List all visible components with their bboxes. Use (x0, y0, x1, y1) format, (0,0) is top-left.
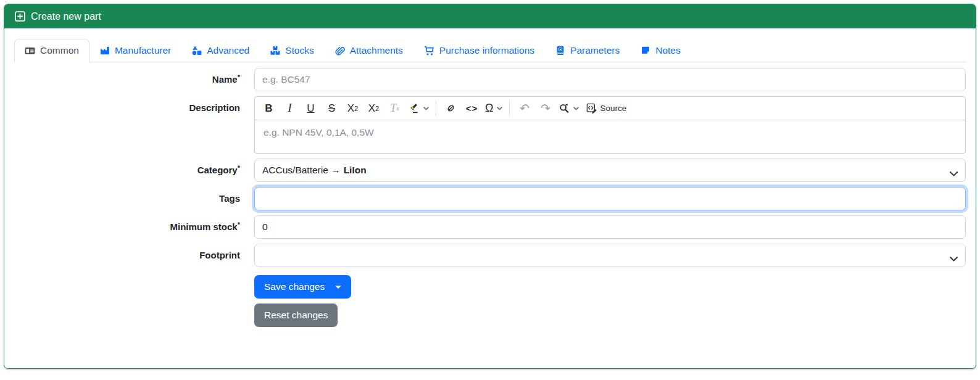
description-editor-area[interactable]: e.g. NPN 45V, 0,1A, 0,5W (255, 120, 965, 153)
tab-label: Purchase informations (439, 45, 534, 56)
name-label: Name* (14, 68, 254, 91)
toolbar-separator (436, 101, 436, 116)
category-row: Category* ACCus/Batterie →LiIon (14, 159, 966, 182)
book-icon (555, 46, 565, 56)
tab-parameters[interactable]: Parameters (545, 39, 630, 62)
tab-stocks[interactable]: Stocks (260, 39, 325, 62)
caret-down-icon (335, 286, 341, 289)
find-replace-icon (559, 103, 570, 114)
required-marker: * (238, 164, 240, 171)
category-label: Category* (14, 159, 254, 182)
superscript-button[interactable]: X2 (363, 99, 384, 118)
remove-format-button[interactable]: Tx (384, 99, 405, 118)
footprint-label: Footprint (14, 244, 254, 267)
reset-changes-button[interactable]: Reset changes (254, 304, 338, 327)
boxes-stacked-icon (270, 46, 280, 56)
required-marker: * (238, 221, 240, 228)
minimum-stock-label: Minimum stock* (14, 215, 254, 239)
footprint-row: Footprint (14, 244, 966, 267)
underline-button[interactable]: U (301, 99, 321, 118)
chevron-down-icon (497, 107, 502, 110)
tab-attachments[interactable]: Attachments (325, 39, 413, 62)
source-button[interactable]: Source (582, 99, 630, 118)
subscript-button[interactable]: X2 (343, 99, 363, 118)
description-row: Description B I U S X2 X2 Tx (14, 96, 966, 154)
redo-button[interactable]: ↷ (535, 99, 555, 118)
source-icon (586, 102, 597, 114)
create-part-card: Create new part Common (4, 4, 976, 369)
sticky-note-icon (641, 46, 650, 56)
save-changes-button[interactable]: Save changes (254, 275, 351, 299)
toolbar-separator (509, 101, 510, 116)
description-placeholder: e.g. NPN 45V, 0,1A, 0,5W (264, 127, 374, 138)
highlight-button[interactable] (405, 99, 431, 118)
tab-common[interactable]: Common (14, 39, 89, 62)
chevron-down-icon (423, 107, 429, 110)
description-label: Description (14, 96, 254, 154)
footprint-select[interactable] (254, 244, 966, 267)
special-characters-button[interactable]: Ω (483, 99, 505, 118)
tab-label: Notes (655, 45, 681, 56)
name-input[interactable] (254, 68, 966, 91)
card-header: Create new part (4, 4, 976, 28)
minimum-stock-row: Minimum stock* (14, 215, 966, 239)
tags-row: Tags (14, 187, 966, 210)
tab-label: Stocks (285, 45, 314, 56)
tab-manufacturer[interactable]: Manufacturer (89, 39, 181, 62)
category-selected: LiIon (344, 165, 367, 176)
id-card-icon (25, 46, 35, 56)
actions-row: Save changes Reset changes (14, 275, 966, 368)
category-select[interactable]: ACCus/Batterie →LiIon (254, 159, 966, 182)
tab-advanced[interactable]: Advanced (181, 39, 260, 62)
minimum-stock-input[interactable] (254, 215, 966, 239)
editor-toolbar: B I U S X2 X2 Tx (255, 97, 965, 120)
code-button[interactable]: <> (462, 99, 482, 118)
category-path: ACCus/Batterie → (262, 165, 341, 176)
part-form: Name* Description B I U (14, 68, 966, 368)
cart-icon (424, 46, 434, 56)
tab-notes[interactable]: Notes (630, 39, 691, 62)
chevron-down-icon (573, 107, 579, 110)
tags-label: Tags (14, 187, 254, 210)
name-row: Name* (14, 68, 966, 91)
square-plus-icon (15, 11, 25, 22)
shapes-icon (192, 46, 202, 56)
industry-icon (100, 46, 110, 56)
italic-button[interactable]: I (280, 99, 300, 118)
undo-button[interactable]: ↶ (514, 99, 534, 118)
tab-label: Manufacturer (115, 45, 171, 56)
bold-button[interactable]: B (259, 99, 279, 118)
tab-bar: Common Manufacturer Adva (14, 39, 966, 62)
highlighter-icon (408, 102, 420, 114)
tab-label: Common (40, 45, 79, 56)
link-icon (446, 103, 456, 114)
tab-label: Advanced (207, 45, 249, 56)
required-marker: * (238, 73, 240, 81)
rich-text-editor: B I U S X2 X2 Tx (254, 96, 966, 154)
tab-label: Attachments (350, 45, 403, 56)
tab-purchase-informations[interactable]: Purchase informations (413, 39, 545, 62)
strikethrough-button[interactable]: S (322, 99, 342, 118)
find-replace-button[interactable] (556, 99, 581, 118)
page-title: Create new part (31, 11, 101, 22)
link-button[interactable] (441, 99, 461, 118)
paperclip-icon (335, 46, 345, 56)
tab-label: Parameters (570, 45, 620, 56)
tags-input[interactable] (254, 187, 966, 210)
